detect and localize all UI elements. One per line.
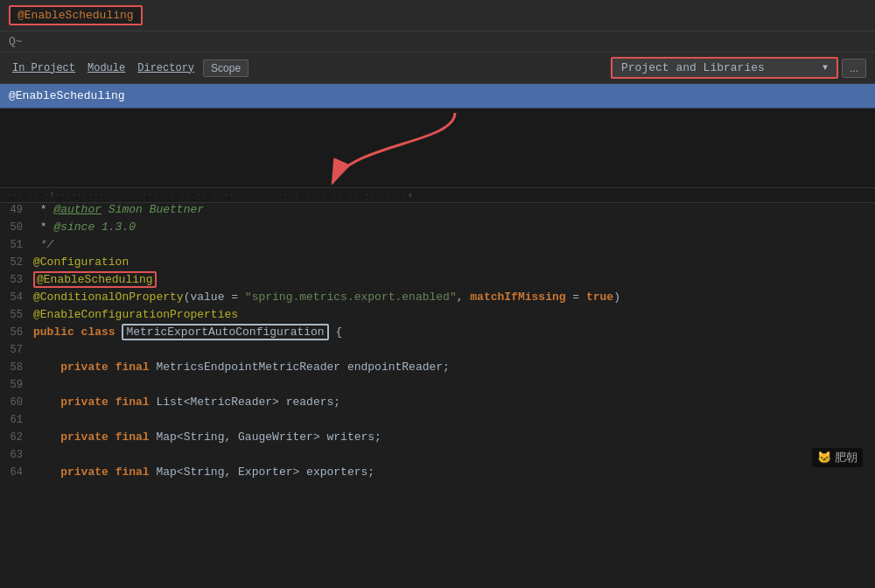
line-number: 59 xyxy=(0,379,33,391)
result-row: @EnableScheduling xyxy=(0,84,875,108)
scope-button[interactable]: Scope xyxy=(203,60,248,77)
code-area: 49 * @author Simon Buettner 50 * @since … xyxy=(0,203,875,483)
code-line: 53 @EnableScheduling xyxy=(0,273,875,290)
line-number: 54 xyxy=(0,291,33,304)
search-icon: Q~ xyxy=(9,35,23,48)
code-line: 52 @Configuration xyxy=(0,256,875,273)
line-number: 55 xyxy=(0,309,33,321)
code-line: 56 public class MetricExportAutoConfigur… xyxy=(0,326,875,343)
line-content: private final Map<String, Exporter> expo… xyxy=(33,466,374,479)
line-content: * @since 1.3.0 xyxy=(33,220,136,234)
chevron-down-icon: ▼ xyxy=(822,63,828,73)
line-content: private final MetricsEndpointMetricReade… xyxy=(33,360,450,374)
code-line: 61 xyxy=(0,413,875,430)
line-number: 61 xyxy=(0,414,33,426)
line-number: 63 xyxy=(0,449,33,461)
code-line: 63 xyxy=(0,448,875,466)
scope-dropdown-label: Project and Libraries xyxy=(621,61,817,74)
code-line: 60 private final List<MetricReader> read… xyxy=(0,396,875,413)
line-content: public class MetricExportAutoConfigurati… xyxy=(33,326,342,339)
line-content xyxy=(33,448,40,461)
scope-dropdown[interactable]: Project and Libraries ▼ xyxy=(611,57,838,79)
filter-directory[interactable]: Directory xyxy=(134,60,198,76)
filter-in-project[interactable]: In Project xyxy=(9,60,79,76)
search-tag: @EnableScheduling xyxy=(9,5,143,25)
code-line: 54 @ConditionalOnProperty(value = "sprin… xyxy=(0,290,875,308)
code-line: 51 */ xyxy=(0,238,875,256)
line-content xyxy=(33,413,40,426)
code-wrapper: 49 * @author Simon Buettner 50 * @since … xyxy=(0,203,875,483)
line-content: @EnableScheduling xyxy=(33,273,157,286)
line-content: private final List<MetricReader> readers… xyxy=(33,396,340,409)
top-bar: @EnableScheduling xyxy=(0,0,875,32)
arrow-svg xyxy=(262,108,630,187)
minimap-row: ··· ·· ·T·········· ·· · ··· ·· ·· ·· · … xyxy=(0,187,875,203)
line-number: 56 xyxy=(0,326,33,339)
code-line: 59 xyxy=(0,378,875,396)
line-number: 50 xyxy=(0,221,33,234)
scope-dropdown-wrapper: Project and Libraries ▼ ... xyxy=(611,57,866,79)
result-text: @EnableScheduling xyxy=(9,89,125,102)
line-number: 64 xyxy=(0,466,33,479)
line-number: 52 xyxy=(0,256,33,269)
filter-module[interactable]: Module xyxy=(84,60,129,76)
code-line: 50 * @since 1.3.0 xyxy=(0,220,875,238)
code-line: 55 @EnableConfigurationProperties xyxy=(0,308,875,326)
line-content: * @author Simon Buettner xyxy=(33,203,204,216)
line-content: @EnableConfigurationProperties xyxy=(33,308,238,321)
scope-more-button[interactable]: ... xyxy=(842,59,866,78)
code-line: 49 * @author Simon Buettner xyxy=(0,203,875,220)
watermark-text: 肥朝 xyxy=(835,450,858,466)
filter-toolbar: In Project Module Directory Scope Projec… xyxy=(0,52,875,84)
line-content xyxy=(33,378,40,391)
code-line: 62 private final Map<String, GaugeWriter… xyxy=(0,430,875,448)
line-number: 53 xyxy=(0,274,33,286)
arrow-area xyxy=(0,108,875,187)
watermark-emoji: 🐱 xyxy=(817,451,831,465)
line-number: 51 xyxy=(0,239,33,251)
search-row: Q~ xyxy=(0,32,875,52)
line-number: 49 xyxy=(0,204,33,216)
line-content: */ xyxy=(33,238,53,251)
line-number: 62 xyxy=(0,431,33,444)
minimap-content: ··· ·· ·T·········· ·· · ··· ·· ·· ·· · … xyxy=(0,192,421,199)
line-content: private final Map<String, GaugeWriter> w… xyxy=(33,430,382,444)
code-line: 64 private final Map<String, Exporter> e… xyxy=(0,466,875,483)
line-number: 60 xyxy=(0,396,33,409)
code-line: 58 private final MetricsEndpointMetricRe… xyxy=(0,360,875,378)
code-line: 57 xyxy=(0,343,875,360)
line-content xyxy=(33,343,40,356)
line-content: @ConditionalOnProperty(value = "spring.m… xyxy=(33,290,620,304)
watermark: 🐱 肥朝 xyxy=(812,448,863,467)
line-number: 58 xyxy=(0,361,33,374)
line-content: @Configuration xyxy=(33,256,129,269)
line-number: 57 xyxy=(0,344,33,356)
